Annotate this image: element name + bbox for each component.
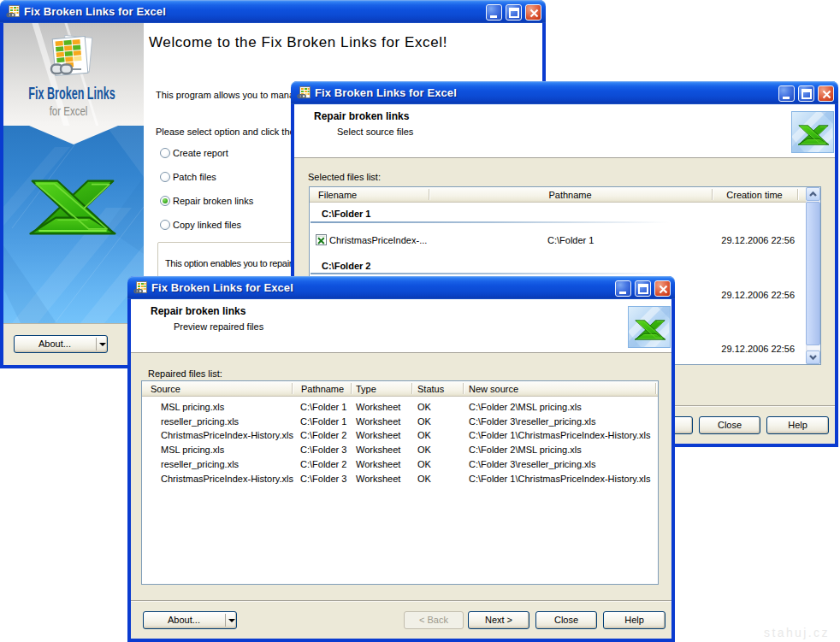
back-button[interactable]: < Back [404,611,464,629]
maximize-button[interactable] [506,4,522,21]
radio-selected-icon[interactable] [160,196,170,206]
titlebar[interactable]: Fix Broken Links for Excel [127,276,675,299]
cell-new-source: C:\Folder 3\reseller_pricing.xls [469,459,596,472]
about-dropdown-arrow-icon[interactable] [99,343,106,346]
cell-type: Worksheet [356,445,400,457]
column-header-status[interactable]: Status [417,384,444,394]
cell-status: OK [417,402,431,415]
minimize-icon [616,281,632,297]
maximize-icon [636,281,652,297]
table-row[interactable]: reseller_pricing.xlsC:\Folder 2Worksheet… [142,459,658,473]
radio-option-patch-files[interactable]: Patch files [160,171,216,183]
wizard-header: Repair broken links Select source files [294,104,835,158]
maximize-button[interactable] [635,280,651,297]
list-label: Selected files list: [308,172,381,182]
radio-icon[interactable] [160,148,170,158]
cell-new-source: C:\Folder 3\reseller_pricing.xls [469,416,596,429]
close-button[interactable] [818,85,834,102]
minimize-button[interactable] [615,280,631,297]
about-button-label: About... [144,612,224,628]
cell-type: Worksheet [356,474,400,486]
column-header-newsource[interactable]: New source [469,384,518,394]
close-button[interactable] [525,4,541,21]
next-button[interactable]: Next > [468,611,529,629]
scroll-thumb[interactable] [806,202,820,345]
cell-source: reseller_pricing.xls [161,459,239,472]
cell-pathname: C:\Folder 2 [300,459,346,472]
radio-label: Repair broken links [173,196,253,206]
step-title: Repair broken links [314,110,409,122]
file-row[interactable]: ChristmasPriceIndex-...C:\Folder 129.12.… [310,233,820,247]
column-header-creationtime[interactable]: Creation time [712,190,797,200]
cell-pathname: C:\Folder 3 [300,445,346,457]
column-header-pathname[interactable]: Pathname [429,190,712,200]
cell-status: OK [417,416,431,429]
help-button[interactable]: Help [766,416,829,434]
column-header-type[interactable]: Type [356,384,376,394]
radio-option-copy-linked-files[interactable]: Copy linked files [160,219,241,231]
minimize-icon [487,5,503,21]
table-row[interactable]: MSL pricing.xlsC:\Folder 1WorksheetOKC:\… [142,402,658,415]
help-button[interactable]: Help [603,611,665,629]
radio-icon[interactable] [160,172,170,182]
close-button[interactable]: Close [535,611,597,629]
file-creation-time: 29.12.2006 22:56 [721,290,795,303]
minimize-button[interactable] [486,4,502,21]
column-header-source[interactable]: Source [151,384,180,394]
maximize-button[interactable] [798,85,814,102]
radio-icon[interactable] [160,220,170,230]
sidebar: Fix Broken Links for Excel [3,23,144,323]
window-title: Fix Broken Links for Excel [151,281,293,294]
radio-label: Patch files [173,172,216,182]
cell-source: reseller_pricing.xls [161,416,239,429]
table-row[interactable]: MSL pricing.xlsC:\Folder 3WorksheetOKC:\… [142,445,658,458]
repaired-files-list[interactable]: Source Pathname Type Status New source M… [141,380,659,585]
radio-option-create-report[interactable]: Create report [160,147,228,159]
list-header[interactable]: Filename Pathname Creation time [310,187,806,203]
cell-new-source: C:\Folder 1\ChristmasPriceIndex-History.… [469,474,651,486]
scroll-down-button[interactable] [806,350,820,364]
cell-type: Worksheet [356,416,400,429]
cell-new-source: C:\Folder 2\MSL pricing.xls [469,445,582,457]
welcome-intro: This program allows you to mana [156,90,294,100]
window-title: Fix Broken Links for Excel [24,5,166,18]
chevron-up-icon [807,188,819,200]
list-body: MSL pricing.xlsC:\Folder 1WorksheetOKC:\… [142,398,658,584]
column-header-pathname[interactable]: Pathname [301,384,344,394]
cell-source: MSL pricing.xls [161,445,224,457]
table-row[interactable]: ChristmasPriceIndex-History.xlsC:\Folder… [142,430,658,444]
radio-option-repair-broken-links[interactable]: Repair broken links [160,195,253,207]
green-x-logo [633,318,667,345]
cell-new-source: C:\Folder 2\MSL pricing.xls [469,402,582,415]
titlebar[interactable]: Fix Broken Links for Excel [291,81,838,104]
step-title: Repair broken links [151,305,245,317]
list-header[interactable]: Source Pathname Type Status New source [142,381,658,397]
close-icon [819,86,835,103]
cell-pathname: C:\Folder 2 [300,430,346,443]
table-row[interactable]: ChristmasPriceIndex-History.xlsC:\Folder… [142,474,658,487]
minimize-button[interactable] [778,85,795,102]
radio-label: Copy linked files [173,220,241,230]
about-button[interactable]: About... [14,335,108,353]
about-button-label: About... [15,336,95,352]
vertical-scrollbar[interactable] [806,187,820,364]
close-button[interactable] [654,280,671,297]
close-icon [526,5,542,21]
header-logo-box [628,306,671,348]
file-creation-time: 29.12.2006 22:56 [721,235,795,248]
window-frame: Repair broken links Preview repaired fil… [127,299,675,642]
table-row[interactable]: reseller_pricing.xlsC:\Folder 1Worksheet… [142,416,658,430]
cell-status: OK [417,430,431,443]
close-button[interactable]: Close [699,416,760,434]
column-separator [797,189,798,200]
green-x-logo [796,123,831,150]
window-body: Repair broken links Preview repaired fil… [131,299,671,639]
about-button[interactable]: About... [143,611,237,629]
cell-source: MSL pricing.xls [161,402,224,415]
titlebar[interactable]: Fix Broken Links for Excel [0,0,546,23]
group-header: C:\Folder 2 [322,261,370,274]
step-subtitle: Select source files [337,127,413,137]
scroll-up-button[interactable] [806,187,820,201]
column-header-filename[interactable]: Filename [318,190,357,200]
about-dropdown-arrow-icon[interactable] [228,619,235,622]
